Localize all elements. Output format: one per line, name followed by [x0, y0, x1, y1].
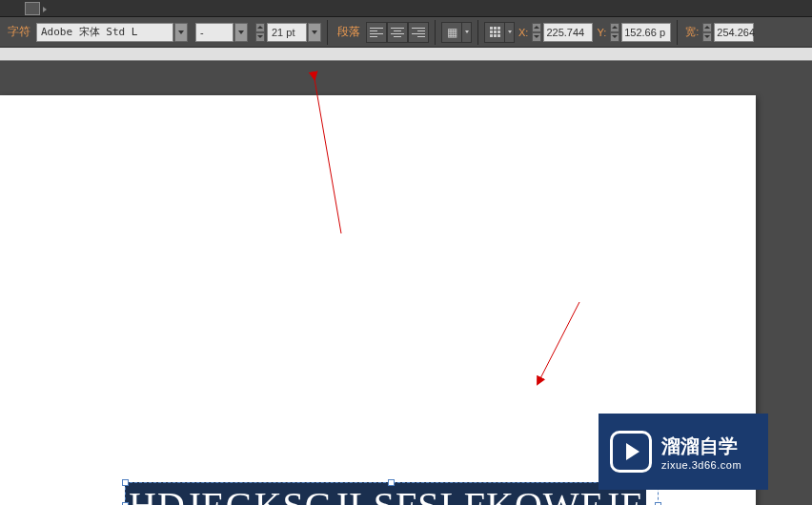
x-value: 225.744	[546, 27, 584, 38]
align-center-button[interactable]	[387, 22, 408, 43]
list-dd-arrow[interactable]	[462, 22, 472, 43]
selected-text[interactable]: HDJEGKSGJLSFSLFKOWEJF	[125, 482, 646, 505]
annotation-arrow-2	[532, 300, 584, 391]
spinner-up[interactable]	[255, 23, 265, 32]
font-size-value: 21 pt	[272, 27, 294, 38]
font-size-spinner[interactable]	[255, 23, 265, 42]
character-toolbar: 字符 Adobe 宋体 Std L - 21 pt 段落 ▦	[0, 17, 812, 48]
font-style-dropdown[interactable]: -	[195, 23, 233, 42]
font-size-arrow[interactable]	[308, 23, 321, 42]
divider	[677, 20, 678, 45]
canvas-area[interactable]: HDJEGKSGJLSFSLFKOWEJF 溜溜自学 zixue.3d66.co…	[0, 61, 812, 505]
spinner-down[interactable]	[532, 32, 541, 42]
spinner-down[interactable]	[255, 32, 265, 42]
spinner-down[interactable]	[702, 32, 712, 42]
font-family-value: Adobe 宋体 Std L	[41, 25, 137, 39]
align-left-button[interactable]	[366, 22, 387, 43]
font-style-arrow[interactable]	[234, 23, 248, 42]
x-spinner[interactable]	[532, 23, 541, 42]
svg-line-1	[538, 302, 579, 384]
align-group	[366, 22, 429, 43]
x-input[interactable]: 225.744	[543, 23, 593, 42]
divider	[327, 20, 328, 45]
view-mode-icon[interactable]	[25, 2, 40, 15]
anchor-icon	[484, 22, 505, 43]
font-style-value: -	[200, 27, 204, 38]
spinner-up[interactable]	[702, 23, 712, 32]
font-family-dropdown[interactable]: Adobe 宋体 Std L	[36, 23, 173, 42]
list-icon: ▦	[441, 22, 462, 43]
anchor-button[interactable]	[484, 22, 515, 43]
x-label: X:	[517, 27, 530, 38]
para-label: 段落	[334, 24, 364, 40]
sub-bar	[0, 48, 812, 61]
char-label: 字符	[4, 24, 34, 40]
align-right-button[interactable]	[408, 22, 429, 43]
annotation-arrow-1	[310, 71, 348, 238]
watermark-title: 溜溜自学	[661, 434, 741, 459]
spinner-down[interactable]	[610, 32, 619, 42]
watermark: 溜溜自学 zixue.3d66.com	[599, 414, 768, 490]
font-size-dropdown[interactable]: 21 pt	[267, 23, 307, 42]
spinner-up[interactable]	[610, 23, 619, 32]
y-value: 152.66 p	[624, 27, 665, 38]
anchor-dd-arrow[interactable]	[505, 22, 515, 43]
divider	[435, 20, 436, 45]
y-label: Y:	[595, 27, 608, 38]
top-strip	[0, 0, 812, 17]
w-input[interactable]: 254.264	[714, 23, 754, 42]
watermark-text: 溜溜自学 zixue.3d66.com	[661, 434, 741, 471]
list-button[interactable]: ▦	[441, 22, 472, 43]
w-label: 宽:	[683, 25, 700, 39]
svg-line-0	[315, 79, 341, 233]
watermark-url: zixue.3d66.com	[661, 459, 741, 471]
y-input[interactable]: 152.66 p	[621, 23, 671, 42]
spinner-up[interactable]	[532, 23, 541, 32]
w-spinner[interactable]	[702, 23, 712, 42]
text-frame[interactable]: HDJEGKSGJLSFSLFKOWEJF	[125, 482, 659, 505]
y-spinner[interactable]	[610, 23, 619, 42]
font-family-arrow[interactable]	[174, 23, 188, 42]
w-value: 254.264	[717, 27, 755, 38]
divider	[477, 20, 478, 45]
play-icon	[610, 431, 652, 473]
